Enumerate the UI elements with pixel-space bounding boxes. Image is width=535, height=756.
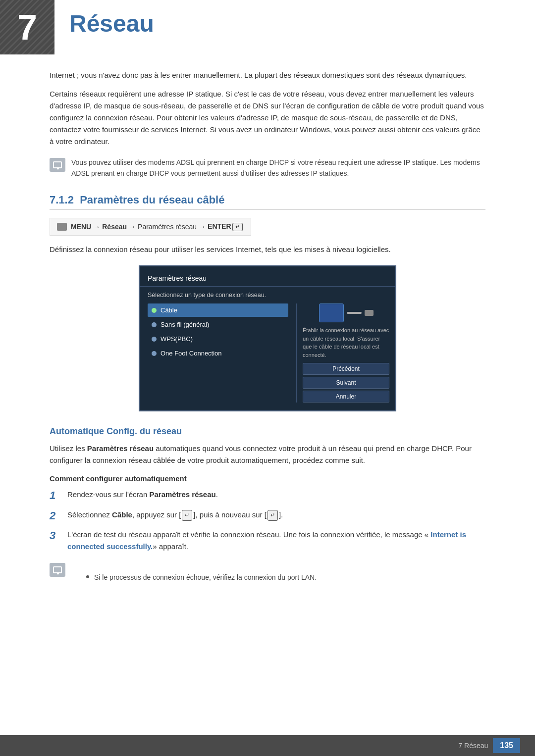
chapter-number: 7 bbox=[17, 7, 37, 48]
step-3-success-bold: Internet is connected successfully. bbox=[67, 530, 466, 551]
cable-device-box bbox=[319, 303, 344, 322]
enter-sym-2: ↵ bbox=[268, 510, 278, 521]
cable-line bbox=[347, 312, 362, 314]
menu-arrow-3: → bbox=[199, 223, 206, 231]
steps-heading: Comment configurer automatiquement bbox=[50, 474, 485, 483]
step-2-text: Sélectionnez Câble, appuyez sur [↵], pui… bbox=[67, 509, 485, 521]
option-dot-one-foot bbox=[152, 351, 157, 356]
main-content: Internet ; vous n'avez donc pas à les en… bbox=[0, 69, 535, 627]
footer-chapter-label: 7 Réseau bbox=[458, 742, 488, 750]
dialog-info-text: Établir la connexion au réseau avec un c… bbox=[303, 326, 389, 359]
menu-icon bbox=[57, 223, 67, 231]
chapter-title: Réseau bbox=[54, 0, 154, 37]
section-heading: 7.1.2 Paramètres du réseau câblé bbox=[50, 194, 485, 210]
note-text: Vous pouvez utiliser des modems ADSL qui… bbox=[71, 157, 485, 179]
step-1-text: Rendez-vous sur l'écran Paramètres résea… bbox=[67, 489, 485, 501]
bottom-note-icon-inner bbox=[53, 566, 62, 573]
steps-section: Comment configurer automatiquement 1 Ren… bbox=[50, 474, 485, 553]
step-1: 1 Rendez-vous sur l'écran Paramètres rés… bbox=[50, 489, 485, 503]
chapter-header: 7 Réseau bbox=[0, 0, 535, 54]
option-dot-cable bbox=[152, 308, 157, 313]
params-reseau-bold: Paramètres réseau bbox=[87, 444, 154, 453]
step-2-number: 2 bbox=[50, 509, 60, 523]
bottom-note-box: Si le processus de connexion échoue, vér… bbox=[50, 562, 485, 583]
enter-sym-1: ↵ bbox=[182, 510, 192, 521]
dialog-box: Paramètres réseau Sélectionnez un type d… bbox=[139, 265, 396, 411]
step-2: 2 Sélectionnez Câble, appuyez sur [↵], p… bbox=[50, 509, 485, 523]
option-dot-wps bbox=[152, 337, 157, 342]
dialog-cancel-button[interactable]: Annuler bbox=[303, 391, 389, 403]
dialog-subtitle: Sélectionnez un type de connexion réseau… bbox=[140, 292, 395, 303]
menu-enter: ENTER↵ bbox=[208, 222, 243, 231]
bottom-note: Si le processus de connexion échoue, vér… bbox=[86, 572, 317, 583]
menu-arrow-2: → bbox=[129, 223, 136, 231]
option-cable[interactable]: Câble bbox=[148, 303, 288, 317]
chapter-number-box: 7 bbox=[0, 0, 54, 54]
step-2-cable-bold: Câble bbox=[112, 510, 132, 519]
menu-path: MENU → Réseau → Paramètres réseau → ENTE… bbox=[50, 218, 251, 236]
step-1-number: 1 bbox=[50, 489, 60, 503]
footer-page-number: 135 bbox=[493, 738, 520, 753]
note-box: Vous pouvez utiliser des modems ADSL qui… bbox=[50, 157, 485, 179]
option-one-foot-label: One Foot Connection bbox=[160, 350, 222, 357]
cable-connector bbox=[365, 310, 374, 316]
page-footer: 7 Réseau 135 bbox=[0, 735, 535, 756]
section-title: Paramètres du réseau câblé bbox=[80, 194, 224, 206]
bottom-note-icon bbox=[50, 563, 65, 577]
dialog-options-list: Câble Sans fil (général) WPS(PBC) One Fo… bbox=[140, 303, 296, 403]
option-cable-label: Câble bbox=[160, 306, 177, 314]
step-3-text: L'écran de test du réseau apparaît et vé… bbox=[67, 529, 485, 553]
step-3-number: 3 bbox=[50, 529, 60, 543]
note-icon-inner bbox=[53, 161, 62, 168]
option-wps[interactable]: WPS(PBC) bbox=[148, 332, 288, 346]
dialog-next-button[interactable]: Suivant bbox=[303, 377, 389, 389]
menu-arrow-1: → bbox=[93, 223, 100, 231]
bottom-note-text: Si le processus de connexion échoue, vér… bbox=[94, 572, 317, 583]
option-one-foot[interactable]: One Foot Connection bbox=[148, 347, 288, 360]
menu-label: MENU bbox=[71, 223, 91, 231]
note-icon bbox=[50, 158, 65, 172]
intro-paragraph-1: Internet ; vous n'avez donc pas à les en… bbox=[50, 69, 485, 81]
dialog-buttons: Précédent Suivant Annuler bbox=[303, 363, 389, 403]
intro-paragraph-2: Certains réseaux requièrent une adresse … bbox=[50, 88, 485, 148]
auto-config-heading: Automatique Config. du réseau bbox=[50, 426, 485, 437]
enter-key-symbol: ↵ bbox=[232, 223, 243, 231]
bullet-dot bbox=[86, 575, 89, 578]
section-number: 7.1.2 bbox=[50, 194, 74, 206]
dialog-prev-button[interactable]: Précédent bbox=[303, 363, 389, 375]
step-1-bold: Paramètres réseau bbox=[149, 490, 215, 499]
menu-network: Réseau bbox=[102, 223, 127, 231]
option-dot-wifi bbox=[152, 322, 157, 327]
dialog-right-panel: Établir la connexion au réseau avec un c… bbox=[296, 303, 395, 403]
dialog-title: Paramètres réseau bbox=[140, 274, 395, 287]
option-wps-label: WPS(PBC) bbox=[160, 335, 193, 343]
dialog-container: Paramètres réseau Sélectionnez un type d… bbox=[50, 265, 485, 411]
step-3: 3 L'écran de test du réseau apparaît et … bbox=[50, 529, 485, 553]
menu-params: Paramètres réseau bbox=[138, 223, 197, 231]
cable-illustration bbox=[303, 303, 389, 322]
auto-config-intro: Utilisez les Paramètres réseau automatiq… bbox=[50, 443, 485, 466]
option-wifi-label: Sans fil (général) bbox=[160, 321, 209, 328]
dialog-content: Câble Sans fil (général) WPS(PBC) One Fo… bbox=[140, 303, 395, 403]
option-wifi[interactable]: Sans fil (général) bbox=[148, 318, 288, 331]
menu-description: Définissez la connexion réseau pour util… bbox=[50, 244, 485, 255]
